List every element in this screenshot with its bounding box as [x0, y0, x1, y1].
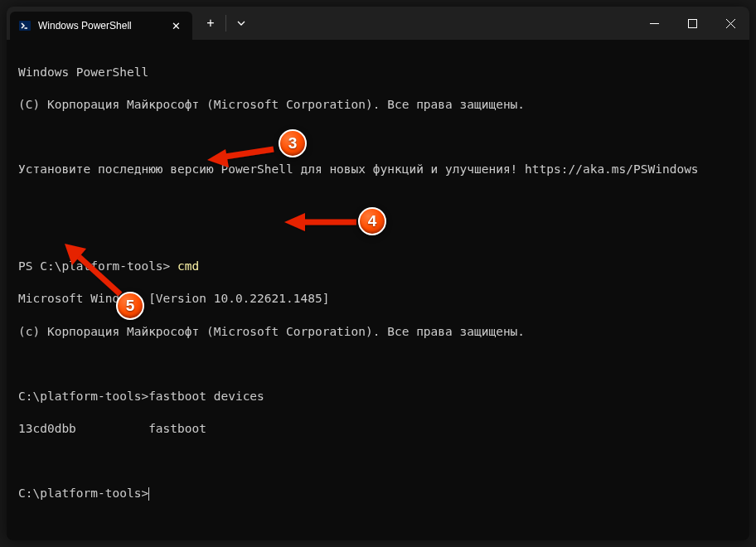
window-controls [635, 7, 749, 40]
prompt-line: C:\platform-tools>fastboot devices [18, 389, 738, 405]
titlebar: Windows PowerShell ✕ + [7, 7, 749, 40]
divider [225, 15, 226, 31]
prompt-line: C:\platform-tools> [18, 486, 738, 502]
tab-powershell[interactable]: Windows PowerShell ✕ [10, 12, 192, 40]
tab-close-button[interactable]: ✕ [167, 17, 184, 34]
maximize-button[interactable] [673, 7, 711, 40]
output-line [18, 226, 738, 243]
output-line [18, 453, 738, 470]
svg-rect-2 [650, 23, 659, 24]
terminal-window: Windows PowerShell ✕ + Windows PowerShel… [7, 7, 749, 540]
new-tab-button[interactable]: + [197, 10, 224, 36]
tab-title: Windows PowerShell [38, 20, 161, 31]
chevron-down-icon [237, 21, 245, 26]
output-line: Windows PowerShell [18, 65, 738, 81]
prompt-line: PS C:\platform-tools> cmd [18, 259, 738, 275]
svg-rect-3 [688, 19, 696, 27]
tab-dropdown-button[interactable] [228, 10, 254, 36]
output-line [18, 194, 738, 211]
close-button[interactable] [711, 7, 749, 40]
output-line [18, 356, 738, 373]
output-line: (c) Корпорация Майкрософт (Microsoft Cor… [18, 324, 738, 341]
cursor [148, 487, 149, 501]
command-text: cmd [177, 259, 199, 273]
powershell-icon [18, 19, 32, 32]
output-line: Microsoft Windows [Version 10.0.22621.14… [18, 291, 738, 307]
output-line: Установите последнюю версию PowerShell д… [18, 162, 738, 178]
output-line: 13cd0dbb fastboot [18, 421, 738, 438]
output-line [18, 129, 738, 146]
output-line: (C) Корпорация Майкрософт (Microsoft Cor… [18, 97, 738, 114]
terminal-content[interactable]: Windows PowerShell (C) Корпорация Майкро… [7, 40, 749, 540]
minimize-button[interactable] [635, 7, 673, 40]
